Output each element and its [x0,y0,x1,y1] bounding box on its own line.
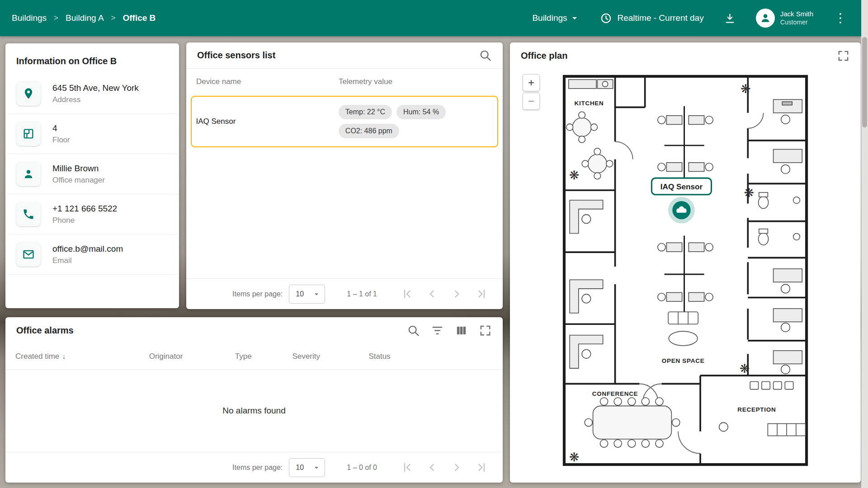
breadcrumb: Buildings > Building A > Office B [12,13,156,23]
alarms-empty-state: No alarms found [5,370,503,452]
email-label: Email [52,256,123,265]
search-icon[interactable] [407,324,420,337]
breadcrumb-office-b: Office B [123,13,156,23]
buildings-select[interactable]: Buildings [532,13,580,23]
column-status[interactable]: Status [368,352,493,361]
table-row[interactable]: IAQ Sensor Temp: 22 °C Hum: 54 % CO2: 48… [191,96,498,147]
info-row-email: office.b@mail.com Email [6,235,178,275]
chevron-down-icon [569,13,580,23]
next-page-icon[interactable] [450,287,463,300]
breadcrumb-separator: > [54,14,58,23]
fullscreen-icon[interactable] [837,49,850,62]
previous-page-icon[interactable] [425,461,439,474]
iaq-sensor-label-text: IAQ Sensor [660,182,703,191]
first-page-icon[interactable] [401,461,414,474]
svg-text:❋: ❋ [741,82,751,96]
floor-value: 4 [52,123,70,133]
breadcrumb-separator: > [111,14,116,23]
phone-label: Phone [52,216,117,225]
svg-text:❋: ❋ [740,362,750,375]
conference-label: CONFERENCE [592,390,638,397]
timewindow-button[interactable]: Realtime - Current day [600,12,704,24]
last-page-icon[interactable] [475,461,488,474]
svg-text:❋: ❋ [744,186,754,200]
email-icon [16,242,41,267]
location-icon [16,81,41,106]
alarms-panel: Office alarms Created time ↓ [5,317,503,483]
last-page-icon[interactable] [475,287,488,300]
alarms-head-icons [407,324,492,337]
telemetry-chip-temp: Temp: 22 °C [339,105,392,119]
items-per-page-value: 10 [296,464,304,472]
filter-icon[interactable] [431,324,444,337]
download-icon [724,12,736,24]
items-per-page-select[interactable]: 10 [289,458,325,477]
info-panel: Information on Office B 645 5th Ave, New… [5,43,179,308]
info-texts: Millie Brown Office manager [52,164,105,185]
breadcrumb-buildings[interactable]: Buildings [12,13,47,23]
floor-plan-icon [16,122,41,146]
info-row-phone: +1 121 666 5522 Phone [6,194,178,235]
alarms-panel-title: Office alarms [16,325,74,336]
timewindow-label: Realtime - Current day [618,13,704,23]
email-value: office.b@mail.com [52,244,123,254]
pagination-nav [401,461,488,474]
iaq-sensor-plan-label[interactable]: IAQ Sensor [651,178,711,195]
sort-descending-icon: ↓ [62,352,66,361]
info-texts: office.b@mail.com Email [52,244,123,265]
sensors-rows: IAQ Sensor Temp: 22 °C Hum: 54 % CO2: 48… [186,95,503,278]
plan-panel-title: Office plan [521,51,567,61]
columns-icon[interactable] [455,324,468,337]
telemetry-chip-co2: CO2: 486 ppm [339,124,399,138]
column-created-time[interactable]: Created time ↓ [15,352,149,361]
manager-value: Millie Brown [52,164,105,174]
alarms-panel-head: Office alarms [5,317,503,343]
page-range: 1 – 0 of 0 [347,464,377,472]
column-type[interactable]: Type [235,352,292,361]
svg-text:❋: ❋ [569,450,580,464]
info-texts: 645 5th Ave, New York Address [52,83,139,104]
fullscreen-icon[interactable] [479,324,492,337]
kitchen-label: KITCHEN [575,100,604,107]
floor-plan: ❋ ❋ ❋ ❋ ❋ KITCHEN OPEN SPACE CONFERENCE … [562,74,809,467]
alarms-paginator: Items per page: 10 1 – 0 of 0 [5,452,503,483]
sensors-panel-head: Office sensors list [186,42,503,69]
scrollbar-thumb[interactable] [862,37,867,127]
previous-page-icon[interactable] [425,287,439,300]
floor-label: Floor [52,136,70,145]
svg-text:❋: ❋ [569,169,580,182]
items-per-page-select[interactable]: 10 [289,285,325,304]
buildings-select-label: Buildings [532,13,567,23]
column-severity[interactable]: Severity [292,352,368,361]
user-name: Jack Smith [780,10,813,19]
page-scrollbar[interactable] [861,0,868,488]
next-page-icon[interactable] [450,461,463,474]
manager-label: Office manager [52,176,105,185]
more-menu-button[interactable]: ⋮ [833,12,848,24]
first-page-icon[interactable] [401,287,414,300]
info-texts: 4 Floor [52,123,70,145]
created-time-label: Created time [15,352,59,361]
info-row-address: 645 5th Ave, New York Address [6,74,178,114]
avatar [756,9,775,28]
items-per-page-value: 10 [296,290,304,298]
info-row-manager: Millie Brown Office manager [6,154,178,194]
search-icon[interactable] [479,49,492,62]
dashboard-page: Buildings > Building A > Office B Buildi… [0,0,868,488]
address-label: Address [52,95,139,104]
zoom-controls: + − [523,74,540,110]
user-texts: Jack Smith Customer [780,10,813,26]
breadcrumb-building-a[interactable]: Building A [66,13,104,23]
column-device-name[interactable]: Device name [196,77,339,86]
column-telemetry-value: Telemetry value [339,77,493,86]
clock-icon [600,12,612,24]
column-originator[interactable]: Originator [149,352,235,361]
office-plan-panel: Office plan + − [510,42,861,483]
zoom-out-button[interactable]: − [523,93,540,110]
user-menu[interactable]: Jack Smith Customer [756,9,813,28]
zoom-in-button[interactable]: + [523,74,540,91]
telemetry-cell: Temp: 22 °C Hum: 54 % CO2: 486 ppm [339,105,493,138]
download-button[interactable] [724,12,736,24]
info-row-floor: 4 Floor [6,114,178,154]
iaq-sensor-marker[interactable] [668,197,695,224]
